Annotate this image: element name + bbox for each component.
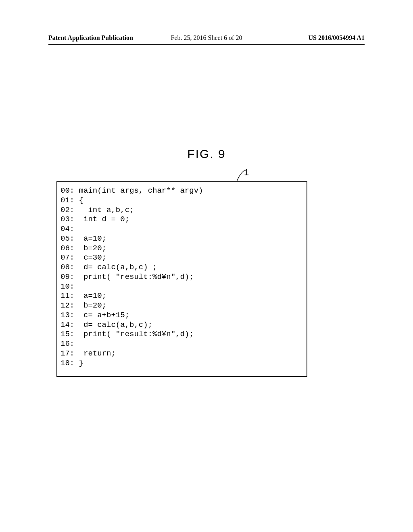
code-line: 02: int a,b,c; [60, 206, 303, 215]
header-rule [48, 44, 365, 45]
header-publication: Patent Application Publication [48, 34, 133, 42]
callout-leader [236, 169, 248, 181]
code-line: 00: main(int args, char** argv) [60, 186, 303, 196]
code-line: 14: d= calc(a,b,c); [60, 320, 303, 330]
header-patent-number: US 2016/0054994 A1 [308, 34, 365, 42]
code-line: 05: a=10; [60, 234, 303, 244]
code-line: 07: c=30; [60, 253, 303, 263]
code-line: 09: print( "result:%d¥n",d); [60, 272, 303, 282]
code-line: 13: c= a+b+15; [60, 311, 303, 320]
code-line: 11: a=10; [60, 291, 303, 301]
code-listing: 00: main(int args, char** argv) 01: { 02… [56, 181, 307, 377]
code-line: 10: [60, 282, 303, 292]
code-line: 16: [60, 339, 303, 349]
code-line: 08: d= calc(a,b,c) ; [60, 263, 303, 272]
figure-label: FIG. 9 [187, 147, 225, 161]
header-sheet-info: Feb. 25, 2016 Sheet 6 of 20 [171, 34, 242, 42]
code-line: 15: print( "result:%d¥n",d); [60, 330, 303, 339]
code-line: 12: b=20; [60, 301, 303, 311]
code-line: 17: return; [60, 349, 303, 359]
code-line: 01: { [60, 196, 303, 206]
code-line: 03: int d = 0; [60, 215, 303, 224]
code-line: 06: b=20; [60, 244, 303, 254]
code-line: 04: [60, 224, 303, 234]
page-header: Patent Application Publication Feb. 25, … [48, 34, 365, 42]
code-line: 18: } [60, 359, 303, 368]
